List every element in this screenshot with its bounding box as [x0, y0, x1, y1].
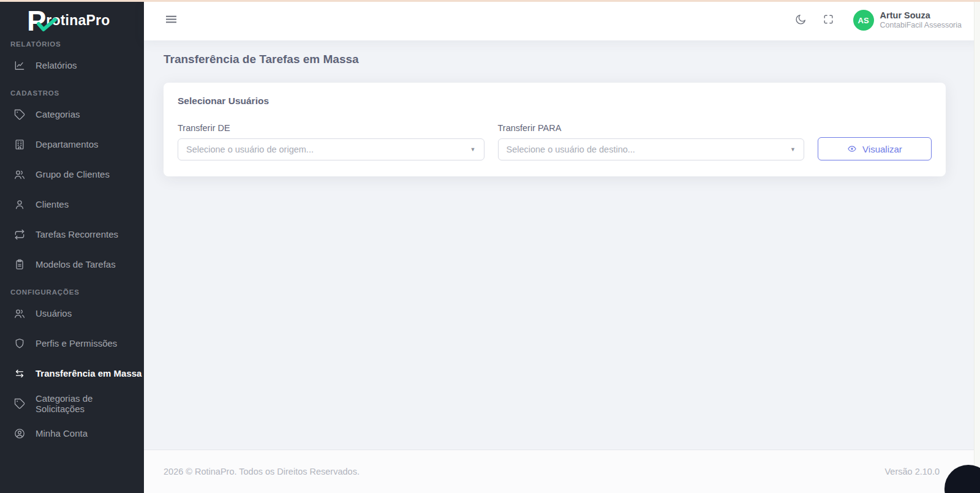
sidebar-item-relatorios[interactable]: Relatórios: [0, 50, 144, 80]
sidebar-item-grupo-de-clientes[interactable]: Grupo de Clientes: [0, 159, 144, 189]
sidebar-item-label: Clientes: [36, 199, 69, 209]
clipboard-icon: [13, 258, 26, 271]
transfer-from-placeholder: Selecione o usuário de origem...: [186, 145, 314, 154]
sidebar: P rotinaPro RELATÓRIOSRelatóriosCADASTRO…: [0, 0, 144, 493]
user-menu[interactable]: AS Artur Souza ContabiFacil Assessoria: [853, 10, 962, 31]
user-icon: [13, 198, 26, 211]
chevron-down-icon: ▼: [470, 146, 476, 152]
transfer-to-placeholder: Selecione o usuário de destino...: [507, 145, 635, 154]
sidebar-item-perfis-e-permissoes[interactable]: Perfis e Permissões: [0, 328, 144, 358]
shield-icon: [13, 337, 26, 350]
building-icon: [13, 138, 26, 151]
repeat-icon: [13, 228, 26, 241]
sidebar-item-label: Categorias de Solicitações: [36, 393, 144, 414]
sidebar-section-cadastros: CADASTROS: [0, 80, 144, 99]
footer-version: Versão 2.10.0: [885, 467, 940, 476]
sidebar-item-label: Tarefas Recorrentes: [36, 229, 118, 239]
card-heading: Selecionar Usuários: [178, 96, 932, 107]
sidebar-section-configuracoes: CONFIGURAÇÕES: [0, 279, 144, 298]
sidebar-item-label: Transferência em Massa: [36, 368, 141, 378]
visualizar-button-label: Visualizar: [862, 144, 902, 154]
header-actions: AS Artur Souza ContabiFacil Assessoria: [791, 10, 962, 31]
sidebar-item-usuarios[interactable]: Usuários: [0, 298, 144, 328]
transfer-form-row: Transferir DE Selecione o usuário de ori…: [178, 123, 932, 160]
sidebar-item-label: Grupo de Clientes: [36, 169, 110, 179]
main-area: AS Artur Souza ContabiFacil Assessoria T…: [144, 0, 980, 493]
avatar: AS: [853, 10, 874, 31]
sidebar-menu: RELATÓRIOSRelatóriosCADASTROSCategoriasD…: [0, 40, 144, 448]
sidebar-section-relatorios: RELATÓRIOS: [0, 40, 144, 50]
fullscreen-icon: [823, 13, 834, 27]
user-name: Artur Souza: [880, 10, 962, 21]
scrollbar[interactable]: [974, 0, 980, 493]
footer: 2026 © RotinaPro. Todos os Direitos Rese…: [144, 450, 980, 493]
moon-icon: [794, 13, 807, 28]
sidebar-item-label: Minha Conta: [36, 428, 88, 438]
sidebar-item-minha-conta[interactable]: Minha Conta: [0, 418, 144, 448]
select-users-card: Selecionar Usuários Transferir DE Seleci…: [164, 83, 946, 176]
header: AS Artur Souza ContabiFacil Assessoria: [144, 0, 980, 40]
footer-copyright: 2026 © RotinaPro. Todos os Direitos Rese…: [164, 467, 360, 476]
sidebar-item-label: Departamentos: [36, 139, 99, 149]
chevron-down-icon: ▼: [790, 146, 796, 152]
transfer-to-select[interactable]: Selecione o usuário de destino... ▼: [498, 138, 805, 160]
sidebar-item-transferencia-em-massa[interactable]: Transferência em Massa: [0, 358, 144, 388]
transfer-from-field: Transferir DE Selecione o usuário de ori…: [178, 123, 484, 160]
transfer-to-field: Transferir PARA Selecione o usuário de d…: [498, 123, 805, 160]
sidebar-item-categorias[interactable]: Categorias: [0, 99, 144, 129]
transfer-to-label: Transferir PARA: [498, 123, 805, 133]
brand-check-icon: [37, 18, 57, 34]
sidebar-item-label: Modelos de Tarefas: [36, 259, 116, 269]
sidebar-item-tarefas-recorrentes[interactable]: Tarefas Recorrentes: [0, 219, 144, 249]
sidebar-item-label: Usuários: [36, 308, 72, 318]
top-accent-bar: [0, 0, 980, 2]
page-title: Transferência de Tarefas em Massa: [164, 53, 946, 66]
chart-line-icon: [13, 59, 26, 72]
tag-icon: [13, 397, 26, 410]
user-circle-icon: [13, 427, 26, 440]
user-meta: Artur Souza ContabiFacil Assessoria: [880, 10, 962, 31]
sidebar-item-categorias-de-solicitacoes[interactable]: Categorias de Solicitações: [0, 388, 144, 418]
brand-logo[interactable]: P rotinaPro: [0, 0, 144, 40]
sidebar-item-label: Categorias: [36, 109, 80, 119]
sidebar-item-label: Relatórios: [36, 60, 77, 70]
content: Transferência de Tarefas em Massa Seleci…: [144, 40, 980, 450]
sidebar-item-modelos-de-tarefas[interactable]: Modelos de Tarefas: [0, 249, 144, 279]
app-root: P rotinaPro RELATÓRIOSRelatóriosCADASTRO…: [0, 0, 980, 493]
users-icon: [13, 307, 26, 320]
sidebar-item-departamentos[interactable]: Departamentos: [0, 129, 144, 159]
menu-icon: [165, 13, 178, 28]
sidebar-item-clientes[interactable]: Clientes: [0, 189, 144, 219]
dark-mode-button[interactable]: [791, 10, 810, 30]
users-icon: [13, 168, 26, 181]
eye-icon: [847, 144, 857, 154]
sidebar-item-label: Perfis e Permissões: [36, 338, 117, 348]
transfer-from-label: Transferir DE: [178, 123, 484, 133]
tag-icon: [13, 108, 26, 121]
transfer-from-select[interactable]: Selecione o usuário de origem... ▼: [178, 138, 484, 160]
user-company: ContabiFacil Assessoria: [880, 21, 962, 31]
visualizar-button[interactable]: Visualizar: [818, 137, 932, 160]
menu-toggle-button[interactable]: [161, 10, 181, 30]
avatar-initials: AS: [858, 16, 869, 25]
fullscreen-button[interactable]: [819, 10, 839, 30]
swap-icon: [13, 367, 26, 380]
